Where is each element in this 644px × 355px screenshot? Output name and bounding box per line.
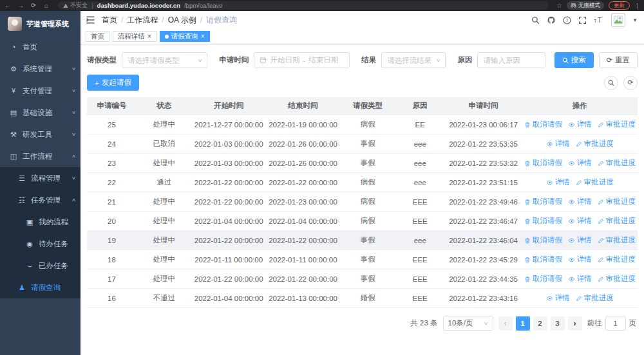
page-button-1[interactable]: 1 [516, 316, 530, 331]
leave-type-select[interactable]: ∨ [122, 52, 207, 68]
approval-progress-link[interactable]: 审批进度 [576, 293, 614, 303]
detail-link[interactable]: 详情 [546, 139, 570, 149]
cell-status: 处理中 [137, 274, 192, 284]
sidebar-item-infra[interactable]: ▤基础设施∨ [0, 102, 80, 123]
edit-icon [598, 122, 604, 128]
approval-progress-link[interactable]: 审批进度 [598, 197, 636, 206]
close-icon[interactable]: × [201, 33, 205, 40]
column-header: 申请时间 [445, 101, 522, 111]
tab-process-detail[interactable]: 流程详情× [113, 31, 156, 42]
approval-progress-link[interactable]: 审批进度 [598, 255, 636, 264]
sidebar-item-task-mgmt[interactable]: ☷任务管理∧ [0, 189, 80, 211]
cancel-leave-link[interactable]: 取消请假 [524, 197, 562, 206]
browser-reload-icon[interactable]: ⟳ [30, 0, 37, 11]
detail-link[interactable]: 详情 [568, 197, 592, 206]
sidebar-item-payment[interactable]: ¥支付管理∨ [0, 80, 80, 102]
end-date-placeholder: 结束日期 [308, 55, 338, 65]
detail-link[interactable]: 详情 [546, 293, 570, 303]
cancel-leave-link[interactable]: 取消请假 [524, 120, 562, 129]
sidebar-item-process-mgmt[interactable]: ☰流程管理∨ [0, 167, 80, 189]
detail-link[interactable]: 详情 [568, 216, 592, 226]
detail-link[interactable]: 详情 [568, 274, 592, 284]
approval-progress-link[interactable]: 审批进度 [576, 178, 614, 187]
browser-update-button[interactable]: 更新 [609, 1, 630, 10]
chevron-down-icon[interactable]: ▼ [632, 17, 638, 23]
page-size-select[interactable]: 10条/页 ∨ [443, 316, 493, 331]
cell-actions: 取消请假 详情 审批进度 [522, 216, 638, 226]
breadcrumb-item[interactable]: 工作流程 [127, 15, 158, 26]
bookmark-star-icon[interactable]: ☆ [556, 2, 562, 9]
prev-page-button: ‹ [498, 316, 513, 331]
detail-link[interactable]: 详情 [568, 255, 592, 264]
detail-link[interactable]: 详情 [568, 158, 592, 168]
tab-home[interactable]: 首页 [86, 31, 109, 42]
eye-icon [568, 237, 575, 244]
cell-status: 处理中 [137, 197, 192, 206]
approval-progress-link[interactable]: 审批进度 [598, 216, 636, 226]
result-select-input[interactable] [387, 57, 433, 64]
help-icon[interactable]: ? [563, 16, 571, 24]
search-icon[interactable] [531, 16, 540, 24]
sidebar-collapse-icon[interactable] [86, 16, 95, 24]
breadcrumb-item[interactable]: 首页 [102, 15, 117, 26]
browser-back-icon[interactable]: ← [4, 0, 12, 11]
leave-type-select-input[interactable] [128, 57, 195, 64]
detail-link[interactable]: 详情 [546, 178, 570, 187]
cancel-leave-link[interactable]: 取消请假 [524, 274, 562, 284]
approval-progress-link[interactable]: 审批进度 [598, 120, 636, 129]
result-select[interactable]: ∨ [381, 52, 446, 68]
browser-forward-icon[interactable]: → [17, 0, 24, 11]
table-row: 22 通过 2022-01-22 00:00:00 2022-01-22 00:… [87, 173, 638, 192]
breadcrumb-item[interactable]: OA 示例 [168, 15, 196, 26]
create-leave-button[interactable]: + 发起请假 [87, 75, 139, 91]
close-icon[interactable]: × [147, 33, 151, 40]
approval-progress-link[interactable]: 审批进度 [598, 274, 636, 284]
sidebar-item-home[interactable]: ◔首页 [0, 36, 80, 58]
font-size-icon[interactable]: TT [594, 16, 604, 24]
sidebar-item-devtools[interactable]: ⚒研发工具∨ [0, 123, 80, 145]
cell-start-time: 2022-01-04 00:00:00 [191, 295, 265, 302]
cancel-leave-link[interactable]: 取消请假 [524, 158, 562, 168]
sidebar-item-system[interactable]: ⚙系统管理∨ [0, 58, 80, 80]
detail-link[interactable]: 详情 [568, 235, 592, 245]
not-secure-warning[interactable]: 不安全 [63, 1, 88, 10]
cancel-leave-link[interactable]: 取消请假 [524, 235, 562, 245]
approval-progress-link[interactable]: 审批进度 [576, 139, 614, 149]
reason-input[interactable] [483, 57, 539, 64]
pager: ‹123› [498, 316, 582, 331]
cell-status: 处理中 [137, 255, 192, 264]
app-logo[interactable]: 芋道管理系统 [0, 11, 80, 36]
cancel-leave-link[interactable]: 取消请假 [524, 216, 562, 226]
detail-link[interactable]: 详情 [568, 120, 592, 129]
sidebar-item-leave-query[interactable]: ♟请假查询 [0, 277, 80, 298]
page-button-2[interactable]: 2 [533, 316, 547, 331]
toggle-search-button[interactable] [604, 76, 618, 90]
browser-menu-icon[interactable]: ⋮ [634, 3, 640, 9]
approval-progress-link[interactable]: 审批进度 [598, 235, 636, 245]
sidebar-item-todo-tasks[interactable]: ◉待办任务 [0, 233, 80, 255]
tab-leave-query[interactable]: 请假查询× [160, 31, 210, 42]
cell-actions: 取消请假 详情 审批进度 [522, 120, 638, 129]
fullscreen-icon[interactable] [578, 16, 587, 24]
browser-home-icon[interactable]: ⌂ [43, 0, 50, 11]
sidebar-item-workflow[interactable]: ◫工作流程∧ [0, 145, 80, 167]
sidebar-item-done-tasks[interactable]: ⌣已办任务 [0, 255, 80, 277]
cancel-leave-link[interactable]: 取消请假 [524, 255, 562, 264]
address-bar[interactable]: 不安全 | dashboard.yudao.iocoder.cn/bpm/oa/… [58, 1, 549, 10]
page-button-3[interactable]: 3 [551, 316, 565, 331]
date-range-separator: - [303, 57, 305, 64]
github-icon[interactable] [547, 16, 556, 24]
next-page-button[interactable]: › [568, 316, 582, 331]
reset-button[interactable]: ⟳ 重置 [599, 52, 638, 68]
sidebar-item-my-process[interactable]: ▣我的流程 [0, 211, 80, 233]
user-avatar[interactable] [611, 13, 625, 27]
refresh-table-button[interactable]: ⟳ [623, 76, 638, 90]
apply-time-range-picker[interactable]: 开始日期 - 结束日期 [254, 52, 350, 68]
approval-progress-link[interactable]: 审批进度 [598, 158, 636, 168]
edit-icon [598, 276, 604, 282]
breadcrumb-separator: / [121, 15, 123, 24]
navbar: 首页/工作流程/OA 示例/请假查询 ? TT ▼ [80, 11, 644, 29]
chevron-down-icon: ∨ [71, 132, 76, 137]
goto-page-input[interactable] [605, 316, 626, 331]
search-button[interactable]: 搜索 [554, 52, 594, 68]
